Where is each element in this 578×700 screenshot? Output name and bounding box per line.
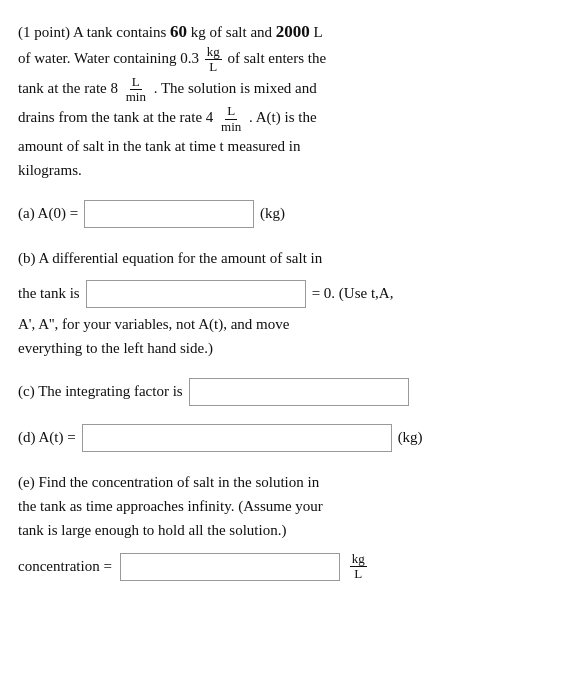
point-label: (1 point) bbox=[18, 24, 70, 40]
part-a: (a) A(0) = (kg) bbox=[18, 200, 556, 228]
part-c-row: (c) The integrating factor is bbox=[18, 378, 556, 406]
concentration-row: concentration = kg L bbox=[18, 552, 556, 582]
at-text: . A(t) is the bbox=[249, 110, 317, 126]
part-a-row: (a) A(0) = (kg) bbox=[18, 200, 556, 228]
conc-unit-denom: L bbox=[352, 567, 364, 581]
part-a-unit: (kg) bbox=[260, 205, 285, 222]
part-a-input[interactable] bbox=[84, 200, 254, 228]
part-c-input[interactable] bbox=[189, 378, 409, 406]
salt-amount: 60 bbox=[170, 22, 187, 41]
rate-in-denom: min bbox=[124, 90, 148, 104]
part-b-note2-text: everything to the left hand side.) bbox=[18, 340, 213, 356]
part-d-input[interactable] bbox=[82, 424, 392, 452]
part-e-label1: (e) Find the concentration of salt in th… bbox=[18, 474, 319, 490]
problem-statement: (1 point) A tank contains 60 kg of salt … bbox=[18, 18, 556, 182]
conc-unit-fraction: kg L bbox=[350, 552, 367, 582]
conc-fraction: kg L bbox=[205, 45, 222, 75]
conc-label: concentration = bbox=[18, 558, 112, 575]
part-d-unit: (kg) bbox=[398, 429, 423, 446]
rate-in-value: 8 bbox=[110, 80, 118, 96]
rate-out-value: 4 bbox=[206, 110, 214, 126]
water-text: of water. Water containing bbox=[18, 50, 176, 66]
part-d-row: (d) A(t) = (kg) bbox=[18, 424, 556, 452]
intro-text: A tank contains bbox=[73, 24, 170, 40]
part-c: (c) The integrating factor is bbox=[18, 378, 556, 406]
rate-out-denom: min bbox=[219, 120, 243, 134]
part-b-equals: = 0. (Use t,A, bbox=[312, 285, 394, 302]
concentration-input[interactable] bbox=[120, 553, 340, 581]
amount-text: amount of salt in the tank at time t mea… bbox=[18, 138, 300, 154]
part-b-note: A', A'', for your variables, not A(t), a… bbox=[18, 312, 556, 360]
rate-out-numer: L bbox=[225, 104, 237, 119]
part-b: (b) A differential equation for the amou… bbox=[18, 246, 556, 360]
part-e: (e) Find the concentration of salt in th… bbox=[18, 470, 556, 582]
kg-text: kilograms. bbox=[18, 162, 82, 178]
part-b-label2: the tank is bbox=[18, 285, 80, 302]
rate-in-numer: L bbox=[130, 75, 142, 90]
conc-unit-numer: kg bbox=[350, 552, 367, 567]
water-amount: 2000 bbox=[276, 22, 310, 41]
part-d: (d) A(t) = (kg) bbox=[18, 424, 556, 452]
part-b-label1: (b) A differential equation for the amou… bbox=[18, 250, 322, 266]
part-e-text: (e) Find the concentration of salt in th… bbox=[18, 470, 556, 542]
part-b-note-text: A', A'', for your variables, not A(t), a… bbox=[18, 316, 289, 332]
part-b-text1: (b) A differential equation for the amou… bbox=[18, 246, 556, 270]
conc-denom: L bbox=[207, 60, 219, 74]
drains-text: drains from the tank at the rate bbox=[18, 110, 202, 126]
tank-rate-text: tank at the rate bbox=[18, 80, 107, 96]
part-b-input[interactable] bbox=[86, 280, 306, 308]
part-e-label3: tank is large enough to hold all the sol… bbox=[18, 522, 286, 538]
part-d-label: (d) A(t) = bbox=[18, 429, 76, 446]
solution-text: . The solution is mixed and bbox=[154, 80, 317, 96]
enters-text: of salt enters the bbox=[227, 50, 326, 66]
conc-numer: kg bbox=[205, 45, 222, 60]
rate-out-fraction: L min bbox=[219, 104, 243, 134]
part-a-label: (a) A(0) = bbox=[18, 205, 78, 222]
part-b-row: the tank is = 0. (Use t,A, bbox=[18, 280, 556, 308]
part-c-label: (c) The integrating factor is bbox=[18, 383, 183, 400]
rate-in-fraction: L min bbox=[124, 75, 148, 105]
part-e-label2: the tank as time approaches infinity. (A… bbox=[18, 498, 323, 514]
concentration-value: 0.3 bbox=[180, 50, 199, 66]
